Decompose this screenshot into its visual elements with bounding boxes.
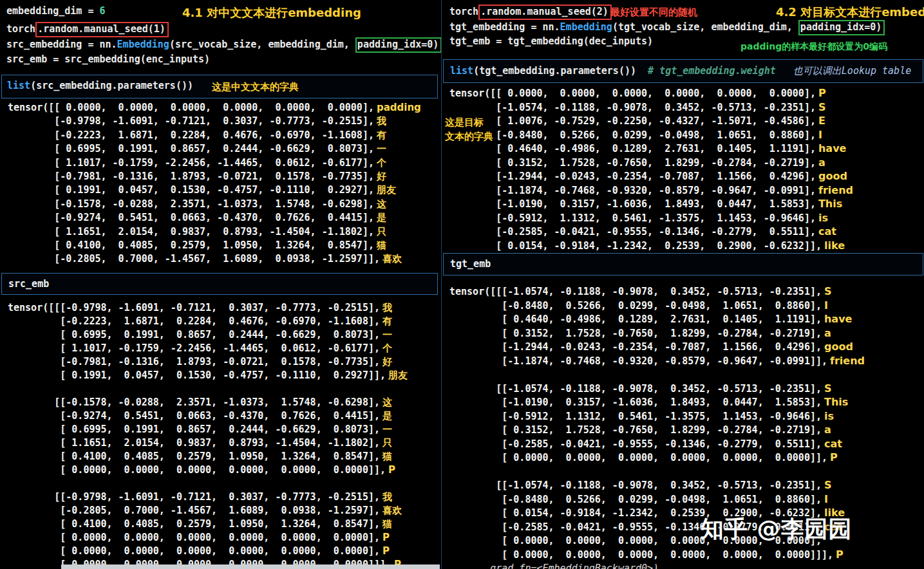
row-label: a (822, 424, 831, 436)
tensor-row: [-0.8480, 0.5266, 0.0299, -0.0498, 1.065… (449, 493, 865, 507)
row-label: 个 (380, 342, 392, 355)
tensor-row: [-0.2805, 0.7000, -1.4567, 1.6089, 0.093… (8, 252, 421, 266)
tensor-row: [-0.2223, 1.6871, 0.2284, 0.4676, -0.697… (8, 315, 408, 328)
row-label: S (822, 479, 832, 491)
tensor-values: [ 0.4100, 0.4085, 0.2579, 1.0950, 1.3264… (8, 518, 380, 531)
code-token: .random.manual_seed(1) (35, 22, 169, 37)
tensor-row: [ 0.0000, 0.0000, 0.0000, 0.0000, 0.0000… (449, 451, 865, 465)
row-label: is (822, 410, 834, 422)
code-token: (src_embedding.parameters()) (30, 80, 193, 91)
row-label: 一 (380, 424, 392, 436)
code-token: Embedding (117, 39, 169, 50)
tensor-values: [ 0.1991, 0.0457, 0.1530, -0.4757, -0.11… (8, 183, 374, 197)
code-line-src-embedding: src_embedding = nn.Embedding(src_vocab_s… (6, 39, 442, 50)
row-label: This (816, 198, 842, 210)
code-token: tgt_emb = tgt_embedding(dec_inputs) (449, 35, 653, 47)
tensor-values: [-0.5912, 1.1312, 0.5461, -1.3575, 1.145… (449, 212, 816, 226)
code-token: # tgt_embedding.weight (648, 65, 776, 77)
tensor-values: [ 0.3152, 1.7528, -0.7650, 1.8299, -0.27… (449, 156, 816, 171)
tensor-values: [-1.0190, 0.3157, -1.6036, 1.8493, 0.044… (449, 198, 816, 212)
tgt-dict-code-cell: list(tgt_embedding.parameters()) # tgt_e… (443, 59, 923, 83)
code-line-src-manual-seed: torch.random.manual_seed(1) (6, 23, 169, 35)
horizontal-scrollbar[interactable] (61, 564, 440, 569)
tensor-row: [-1.0190, 0.3157, -1.6036, 1.8493, 0.044… (449, 396, 865, 410)
row-label: 我 (374, 115, 386, 127)
tensor-row: [ 1.0076, -0.7529, -0.2250, -0.4327, -1.… (449, 115, 853, 129)
padding-annotation: padding的样本最好都设置为0编码 (740, 41, 887, 53)
tensor-row: [ 0.6995, 0.1991, 0.8657, 0.2444, -0.662… (8, 142, 421, 156)
tensor-row: [-0.2223, 1.6871, 0.2284, 0.4676, -0.697… (8, 129, 421, 142)
code-token: padding_idx=0) (798, 20, 885, 35)
row-label: friend (816, 184, 853, 196)
tensor-values: [-1.2944, -0.0243, -0.2354, -0.7087, 1.1… (449, 170, 816, 184)
code-line-list-tgt-parameters: list(tgt_embedding.parameters()) # tgt_e… (450, 65, 911, 77)
row-label: friend (827, 355, 865, 367)
tensor-values: [-0.2805, 0.7000, -1.4567, 1.6089, 0.093… (8, 504, 380, 518)
tensor-row: [-0.7981, -0.1316, 1.8793, -0.0721, 0.15… (8, 170, 421, 183)
tensor-values: [-0.2805, 0.7000, -1.4567, 1.6089, 0.093… (8, 252, 380, 266)
tensor-row: [ 0.3152, 1.7528, -0.7650, 1.8299, -0.27… (449, 327, 865, 341)
tensor-gap (449, 368, 865, 382)
row-label: 这 (374, 198, 386, 210)
src-dict-annotation: 这是中文文本的字典 (212, 81, 299, 93)
row-label: like (822, 239, 845, 252)
tensor-values: [-0.8480, 0.5266, 0.0299, -0.0498, 1.065… (449, 299, 822, 313)
tensor-values: tensor([[[-0.9798, -1.6091, -0.7121, 0.3… (8, 301, 380, 315)
code-line-tgt-embedding: tgt_embedding = nn.Embedding(tgt_vocab_s… (449, 21, 885, 33)
row-label: 喜欢 (380, 505, 402, 517)
tensor-values: [ 0.0000, 0.0000, 0.0000, 0.0000, 0.0000… (8, 531, 380, 545)
tensor-values: [-0.7981, -0.1316, 1.8793, -0.0721, 0.15… (8, 355, 380, 369)
tensor-values: [ 0.1991, 0.0457, 0.1530, -0.4757, -0.11… (8, 369, 386, 382)
tensor-values: [ 0.4100, 0.4085, 0.2579, 1.0950, 1.3264… (8, 450, 380, 463)
section-title-4-1: 4.1 对中文文本进行embedding (182, 5, 361, 21)
tensor-row: [-0.2585, -0.0421, -0.9555, -0.1346, -0.… (449, 225, 853, 239)
row-label: cat (822, 438, 842, 450)
code-token: src_embedding = nn. (6, 39, 117, 50)
row-label: good (816, 170, 847, 182)
tensor-row: [-0.1578, -0.0288, 2.3571, -1.0373, 1.57… (8, 198, 421, 211)
row-label: a (822, 327, 831, 339)
tensor-row: [ 0.0000, 0.0000, 0.0000, 0.0000, 0.0000… (8, 531, 408, 545)
row-label: 猫 (374, 239, 386, 252)
row-label: 我 (380, 302, 392, 314)
tensor-values: [ 1.1017, -0.1759, -2.2456, -1.4465, 0.0… (8, 342, 380, 355)
tensor-values: tensor([[ 0.0000, 0.0000, 0.0000, 0.0000… (8, 101, 374, 115)
row-label: 好 (374, 171, 386, 183)
tensor-values: [ 1.1651, 2.0154, 0.9837, 0.8793, -1.450… (8, 436, 380, 450)
tensor-row: [ 0.4100, 0.4085, 0.2579, 1.0950, 1.3264… (8, 450, 408, 463)
tensor-values: [-0.5912, 1.1312, 0.5461, -1.3575, 1.145… (449, 410, 822, 424)
row-label: This (822, 396, 848, 408)
tensor-values: [ 1.1651, 2.0154, 0.9837, 0.8793, -1.450… (8, 225, 374, 239)
tensor-row: [ 0.0000, 0.0000, 0.0000, 0.0000, 0.0000… (8, 545, 408, 558)
tensor-gap (8, 477, 408, 490)
row-label: 这 (380, 396, 392, 409)
tensor-row: [-1.1874, -0.7468, -0.9320, -0.8579, -0.… (449, 184, 853, 198)
section-title-4-2: 4.2 对目标文本进行embedding (776, 5, 924, 20)
row-label: 猫 (380, 451, 392, 463)
seed-annotation: 最好设置不同的随机 (610, 6, 697, 19)
tensor-row: [[-1.0574, -0.1188, -0.9078, 0.3452, -0.… (449, 382, 865, 396)
tensor-row: [-0.2585, -0.0421, -0.9555, -0.1346, -0.… (449, 438, 865, 452)
src-emb-tensor: tensor([[[-0.9798, -1.6091, -0.7121, 0.3… (8, 301, 408, 569)
row-label: E (816, 115, 825, 127)
tensor-row: [ 0.0000, 0.0000, 0.0000, 0.0000, 0.0000… (8, 463, 408, 477)
tensor-row: [-0.9798, -1.6091, -0.7121, 0.3037, -0.7… (8, 115, 421, 128)
tensor-values: [ 0.4640, -0.4986, 0.1289, 2.7631, 0.140… (449, 142, 816, 156)
tensor-row: [-0.5912, 1.1312, 0.5461, -1.3575, 1.145… (449, 212, 853, 226)
tensor-values: [-1.1874, -0.7468, -0.9320, -0.8579, -0.… (449, 184, 816, 198)
tensor-row: [-0.2805, 0.7000, -1.4567, 1.6089, 0.093… (8, 504, 408, 518)
row-label: 个 (374, 157, 386, 169)
tensor-gap (449, 465, 865, 480)
row-label: I (822, 493, 828, 505)
tensor-row: grad_fn=<EmbeddingBackward0>) (449, 562, 865, 569)
tensor-row: [ 0.6995, 0.1991, 0.8657, 0.2444, -0.662… (8, 423, 408, 436)
tensor-values: [ 0.3152, 1.7528, -0.7650, 1.8299, -0.27… (449, 424, 822, 438)
tensor-row: [-0.5912, 1.1312, 0.5461, -1.3575, 1.145… (449, 410, 865, 424)
tensor-values: [ 0.0000, 0.0000, 0.0000, 0.0000, 0.0000… (449, 451, 827, 465)
tensor-row: [-1.2944, -0.0243, -0.2354, -0.7087, 1.1… (449, 170, 853, 184)
row-label: padding (374, 102, 421, 113)
watermark: 知乎 @李园园 (701, 514, 853, 545)
tensor-values: tensor([[ 0.0000, 0.0000, 0.0000, 0.0000… (449, 87, 816, 101)
tensor-row: [-0.9274, 0.5451, 0.0663, -0.4370, 0.762… (8, 211, 421, 225)
tensor-row: [-0.8480, 0.5266, 0.0299, -0.0498, 1.065… (449, 129, 853, 143)
